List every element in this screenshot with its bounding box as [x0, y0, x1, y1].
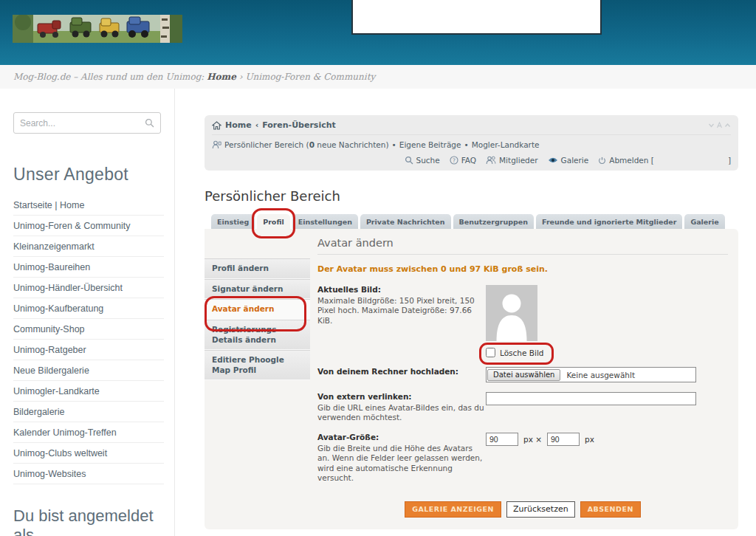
sidebar-menu: Startseite | Home Unimog-Foren & Communi…: [13, 195, 164, 484]
forum-home-link[interactable]: Home: [225, 120, 252, 130]
sidebar-item-neue-bildergalerie[interactable]: Neue Bildergalerie: [13, 360, 164, 381]
breadcrumb-home-link[interactable]: Home: [207, 72, 236, 82]
external-link-field: [486, 392, 728, 423]
faq-tool[interactable]: ? FAQ: [450, 156, 476, 165]
avatar-size-label-block: Avatar-Größe: Gib die Breite und die Höh…: [317, 433, 486, 484]
sidebar-item-kleinanzeigenmarkt[interactable]: Kleinanzeigenmarkt: [13, 236, 164, 257]
personal-area-link[interactable]: Persönlicher Bereich (0 neue Nachrichten…: [224, 140, 389, 149]
main-content: Home ‹ Foren-Übersicht Persönlicher Bere…: [205, 89, 738, 536]
sidebar-item-unimogler-landkarte[interactable]: Unimogler-Landkarte: [13, 381, 164, 402]
sidebar-item-foren-community[interactable]: Unimog-Foren & Community: [13, 216, 164, 236]
ucp-tabs: Einstieg Profil Einstellungen Private Na…: [205, 214, 738, 229]
file-choose-button[interactable]: Datei auswählen: [487, 369, 560, 381]
tab-einstieg[interactable]: Einstieg: [211, 214, 255, 229]
logout-bracket-close: ]: [728, 156, 731, 165]
chevron-down-icon[interactable]: [708, 122, 715, 128]
view-options-icons[interactable]: [708, 122, 731, 128]
logged-in-heading: Du bist angemeldet als: [13, 506, 164, 536]
current-image-field: Lösche Bild: [486, 285, 728, 357]
own-posts-link[interactable]: Eigene Beiträge: [399, 140, 461, 149]
upload-label: Von deinem Rechner hochladen:: [317, 367, 486, 377]
submenu-signatur-aendern[interactable]: Signatur ändern: [205, 279, 310, 300]
tab-galerie[interactable]: Galerie: [684, 214, 724, 229]
tab-private-nachrichten[interactable]: Private Nachrichten: [360, 214, 451, 229]
logout-tool-label: Abmelden [: [609, 156, 654, 165]
sidebar-item-ratgeber[interactable]: Unimog-Ratgeber: [13, 340, 164, 360]
sidebar-item-startseite[interactable]: Startseite | Home: [13, 195, 164, 216]
search-tool[interactable]: Suche: [405, 156, 440, 165]
avatar-size-field: px × px: [486, 433, 728, 484]
sidebar-item-baureihen[interactable]: Unimog-Baureihen: [13, 257, 164, 278]
sidebar-item-community-shop[interactable]: Community-Shop: [13, 319, 164, 340]
avatar-height-input[interactable]: [547, 433, 580, 446]
tab-profil[interactable]: Profil: [257, 214, 289, 229]
file-status-text: Keine ausgewählt: [561, 371, 635, 379]
tab-benutzergruppen[interactable]: Benutzergruppen: [453, 214, 534, 229]
avatar-size-row: Avatar-Größe: Gib die Breite und die Höh…: [317, 433, 728, 484]
avatar-form: Avatar ändern Der Avatar muss zwischen 0…: [310, 229, 738, 518]
page-title: Persönlicher Bereich: [205, 188, 738, 204]
current-image-label-block: Aktuelles Bild: Maximale Bildgröße: 150 …: [317, 285, 486, 357]
pm-icon: [212, 140, 221, 149]
user-links-row: Persönlicher Bereich (0 neue Nachrichten…: [212, 135, 731, 154]
faq-tool-label: FAQ: [461, 156, 476, 165]
avatar-url-input[interactable]: [486, 392, 696, 405]
site-header: [0, 0, 756, 65]
submenu-profil-aendern[interactable]: Profil ändern: [205, 258, 310, 279]
avatar-size-label: Avatar-Größe:: [317, 433, 486, 443]
sidebar-item-kaufberatung[interactable]: Unimog-Kaufberatung: [13, 298, 164, 319]
breadcrumb-current-link[interactable]: Unimog-Foren & Community: [245, 72, 375, 82]
current-image-desc: Maximale Bildgröße: 150 Pixel breit, 150…: [317, 296, 486, 326]
submenu-avatar-aendern[interactable]: Avatar ändern: [205, 299, 310, 320]
question-icon: ?: [450, 156, 458, 165]
sidebar-item-haendler-uebersicht[interactable]: Unimog-Händler-Übersicht: [13, 278, 164, 298]
submit-button[interactable]: ABSENDEN: [580, 501, 641, 518]
size-unit-end: px: [585, 435, 594, 444]
search-icon[interactable]: [145, 118, 154, 128]
sidebar-item-websites[interactable]: Unimog-Websites: [13, 464, 164, 484]
font-size-icon[interactable]: [716, 122, 723, 128]
ucp-submenu: Profil ändern Signatur ändern Avatar änd…: [205, 258, 310, 518]
reset-button[interactable]: Zurücksetzen: [506, 501, 575, 518]
show-gallery-button[interactable]: GALERIE ANZEIGEN: [405, 501, 501, 518]
external-link-desc: Gib die URL eines Avatar-Bildes ein, das…: [317, 403, 486, 423]
forum-overview-link[interactable]: Foren-Übersicht: [262, 120, 336, 130]
tab-freunde-ignorierte[interactable]: Freunde und ignorierte Mitglieder: [536, 214, 682, 229]
mogler-landkarte-link[interactable]: Mogler-Landkarte: [472, 140, 540, 149]
home-icon: [212, 121, 221, 130]
search-icon: [405, 156, 413, 165]
site-banner-image[interactable]: [13, 15, 182, 43]
tab-einstellungen[interactable]: Einstellungen: [292, 214, 358, 229]
breadcrumb-prefix: Mog-Blog.de – Alles rund um den Unimog:: [13, 72, 204, 82]
forum-breadcrumb: Home ‹ Foren-Übersicht: [212, 120, 731, 135]
avatar-width-input[interactable]: [486, 433, 518, 446]
members-icon: [486, 156, 496, 165]
sidebar-item-kalender-treffen[interactable]: Kalender Unimog-Treffen: [13, 422, 164, 443]
search-tool-label: Suche: [416, 156, 440, 165]
delete-avatar-checkbox[interactable]: [486, 348, 495, 357]
forum-breadcrumb-separator: ‹: [255, 120, 259, 130]
size-unit-mid: px ×: [523, 435, 542, 444]
search-input[interactable]: [20, 118, 145, 128]
submenu-registrierungs-details[interactable]: Registrierungs-Details ändern: [205, 320, 310, 350]
submenu-phoogle-map[interactable]: Editiere Phoogle Map Profil: [205, 350, 310, 380]
external-link-label: Von extern verlinken:: [317, 392, 486, 402]
ucp-panel: Profil ändern Signatur ändern Avatar änd…: [205, 229, 738, 529]
sidebar-item-clubs-weltweit[interactable]: Unimog-Clubs weltweit: [13, 443, 164, 464]
pm-count: 0: [309, 140, 315, 149]
upload-label-block: Von deinem Rechner hochladen:: [317, 367, 486, 382]
sidebar-item-bildergalerie[interactable]: Bildergalerie: [13, 402, 164, 422]
power-icon: [598, 157, 606, 165]
current-image-label: Aktuelles Bild:: [317, 285, 486, 295]
submenu-avatar-label: Avatar ändern: [212, 304, 274, 313]
file-input[interactable]: Datei auswählen Keine ausgewählt: [486, 367, 696, 382]
logout-tool[interactable]: Abmelden [: [598, 156, 654, 165]
chevron-up-icon[interactable]: [724, 122, 731, 128]
forum-navbar: Home ‹ Foren-Übersicht Persönlicher Bere…: [205, 115, 738, 171]
form-buttons: GALERIE ANZEIGEN Zurücksetzen ABSENDEN: [317, 501, 728, 518]
bullet: •: [392, 140, 396, 149]
delete-avatar-row: Lösche Bild: [486, 348, 544, 357]
members-tool[interactable]: Mitglieder: [486, 156, 538, 165]
current-image-row: Aktuelles Bild: Maximale Bildgröße: 150 …: [317, 285, 728, 357]
gallery-tool[interactable]: Galerie: [548, 156, 589, 165]
